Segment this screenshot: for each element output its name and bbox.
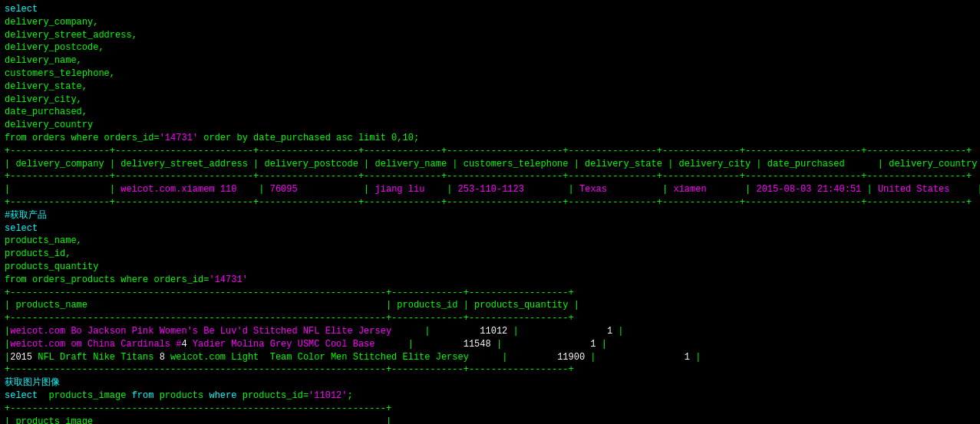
table2-border-mid: +---------------------------------------…: [5, 312, 975, 325]
line-select2: select: [5, 222, 975, 235]
line-select1: select: [5, 3, 975, 16]
line-products-name: products_name,: [5, 235, 975, 248]
line-products-id: products_id,: [5, 248, 975, 261]
comment-products: #获取产品: [5, 209, 975, 222]
line-from2: from orders_products where orders_id='14…: [5, 274, 975, 287]
table2-border-top: +---------------------------------------…: [5, 287, 975, 300]
comment-image: 获取图片图像: [5, 376, 975, 389]
line-delivery-postcode: delivery_postcode,: [5, 41, 975, 54]
line-delivery-name: delivery_name,: [5, 54, 975, 67]
table2-row2: |weicot.com om China Cardinals #4 Yadier…: [5, 338, 975, 351]
table1-border-bot: +------------------+--------------------…: [5, 196, 975, 209]
table1-row1: | | weicot.com.xiamem 110 | 76095 | jian…: [5, 183, 975, 196]
line-from1: from orders where orders_id='14731' orde…: [5, 132, 975, 145]
table2-row1: |weicot.com Bo Jackson Pink Women's Be L…: [5, 325, 975, 338]
table3-header: | products_image |: [5, 416, 975, 425]
line-customers-tel: customers_telephone,: [5, 67, 975, 81]
table2-row3: |2015 NFL Draft Nike Titans 8 weicot.com…: [5, 351, 975, 364]
line-delivery-state: delivery_state,: [5, 81, 975, 94]
table2-border-bot: +---------------------------------------…: [5, 363, 975, 376]
table1-header: | delivery_company | delivery_street_add…: [5, 158, 975, 171]
line-delivery-city: delivery_city,: [5, 94, 975, 107]
table1-border-mid: +------------------+--------------------…: [5, 170, 975, 183]
terminal-output: select delivery_company, delivery_street…: [0, 0, 980, 424]
line-date-purchased: date_purchased,: [5, 106, 975, 119]
line-select-img: select products_image from products wher…: [5, 389, 975, 403]
line-delivery-street: delivery_street_address,: [5, 29, 975, 42]
table1-border-top: +------------------+--------------------…: [5, 145, 975, 158]
line-delivery-company: delivery_company,: [5, 16, 975, 29]
table3-border-top: +---------------------------------------…: [5, 403, 975, 416]
line-delivery-country: delivery_country: [5, 119, 975, 132]
table2-header: | products_name | products_id | products…: [5, 299, 975, 312]
line-products-qty: products_quantity: [5, 261, 975, 274]
